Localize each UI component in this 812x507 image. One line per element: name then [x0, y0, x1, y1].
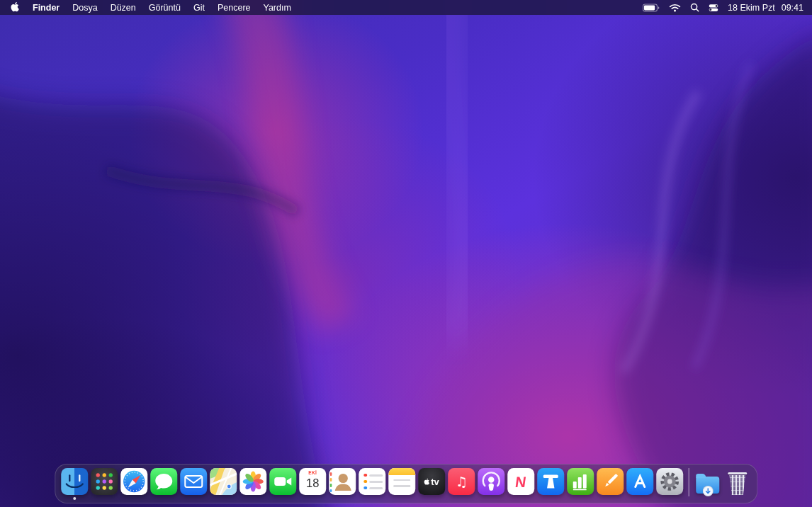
menu-yardim[interactable]: Yardım [257, 0, 298, 15]
dock-item-reminders[interactable] [359, 468, 385, 495]
apple-tv-icon: tv [418, 468, 445, 495]
download-arrow-badge [702, 486, 713, 496]
dock-item-tv[interactable]: tv [418, 468, 445, 495]
dock-divider [688, 468, 689, 496]
app-store-icon [626, 468, 653, 495]
facetime-icon [269, 468, 296, 495]
music-icon: ♫ [448, 468, 475, 495]
menu-bar: Finder Dosya Düzen Görüntü Git Pencere Y… [0, 0, 812, 15]
dock-item-pages[interactable] [597, 468, 624, 495]
finder-icon [61, 468, 88, 495]
downloads-folder-icon [694, 468, 721, 495]
notes-line [393, 485, 410, 486]
menu-pencere[interactable]: Pencere [211, 0, 257, 15]
apple-logo-icon [11, 1, 19, 14]
dock: EKİ 18 [55, 464, 757, 503]
dock-item-photos[interactable] [239, 468, 266, 495]
calendar-month-label: EKİ [308, 471, 317, 476]
calendar-icon: EKİ 18 [299, 468, 326, 495]
menu-bar-time: 09:41 [782, 3, 803, 13]
dock-item-finder[interactable] [61, 468, 88, 495]
system-preferences-gear-icon [656, 468, 683, 495]
trash-basket-shape [728, 468, 747, 495]
spotlight-search-icon[interactable] [690, 3, 699, 12]
launchpad-icon [91, 468, 118, 495]
mail-icon [180, 468, 207, 495]
maps-icon [210, 468, 237, 495]
numbers-icon [567, 468, 594, 495]
reminders-row [363, 486, 383, 490]
desktop-wallpaper [0, 0, 812, 507]
calendar-day-label: 18 [306, 477, 319, 489]
messages-icon [150, 468, 177, 495]
menu-duzen[interactable]: Düzen [104, 0, 142, 15]
dock-item-system-preferences[interactable] [656, 468, 683, 495]
desktop-screen: Finder Dosya Düzen Görüntü Git Pencere Y… [0, 0, 812, 507]
contacts-icon [329, 468, 356, 495]
safari-icon [120, 468, 147, 495]
apple-logo-small-icon [424, 478, 430, 485]
reminders-icon [359, 468, 385, 495]
wallpaper-waves [0, 0, 812, 507]
menu-goruntu[interactable]: Görüntü [142, 0, 187, 15]
battery-icon[interactable] [643, 4, 660, 12]
dock-item-downloads[interactable] [694, 468, 721, 495]
dock-item-notes[interactable] [388, 468, 415, 495]
menu-bar-left: Finder Dosya Düzen Görüntü Git Pencere Y… [6, 0, 298, 15]
photos-icon [239, 468, 266, 495]
notes-yellow-band [388, 468, 415, 475]
news-n-glyph: N [514, 474, 527, 489]
app-menu-finder[interactable]: Finder [26, 0, 66, 15]
notes-icon [388, 468, 415, 495]
dock-item-news[interactable]: N [507, 468, 534, 495]
dock-item-keynote[interactable] [537, 468, 564, 495]
pages-icon [597, 468, 624, 495]
notes-line [393, 479, 410, 481]
news-icon: N [507, 468, 534, 495]
tv-label: tv [431, 477, 439, 486]
dock-item-messages[interactable] [150, 468, 177, 495]
apple-menu[interactable] [6, 0, 26, 15]
reminders-row [363, 480, 383, 484]
dock-item-safari[interactable] [120, 468, 147, 495]
menu-bar-status-area: 18 Ekim Pzt 09:41 [643, 0, 806, 15]
music-note-glyph: ♫ [456, 475, 468, 489]
trash-icon [724, 468, 751, 495]
dock-item-podcasts[interactable] [478, 468, 504, 495]
menu-git[interactable]: Git [187, 0, 211, 15]
folder-shape [696, 477, 719, 494]
menu-dosya[interactable]: Dosya [66, 0, 103, 15]
finder-running-indicator [73, 497, 76, 500]
wifi-icon[interactable] [669, 4, 681, 12]
dock-item-trash[interactable] [724, 468, 751, 495]
dock-item-facetime[interactable] [269, 468, 296, 495]
dock-item-numbers[interactable] [567, 468, 594, 495]
dock-item-app-store[interactable] [626, 468, 653, 495]
keynote-icon [537, 468, 564, 495]
menu-bar-clock[interactable]: 18 Ekim Pzt 09:41 [728, 3, 803, 13]
dock-item-launchpad[interactable] [91, 468, 118, 495]
menu-bar-date: 18 Ekim Pzt [728, 3, 775, 13]
dock-item-mail[interactable] [180, 468, 207, 495]
dock-item-music[interactable]: ♫ [448, 468, 475, 495]
reminders-row [363, 474, 383, 477]
dock-item-calendar[interactable]: EKİ 18 [299, 468, 326, 495]
control-center-icon[interactable] [709, 3, 718, 13]
dock-item-maps[interactable] [210, 468, 237, 495]
dock-item-contacts[interactable] [329, 468, 356, 495]
podcasts-icon [478, 468, 504, 495]
